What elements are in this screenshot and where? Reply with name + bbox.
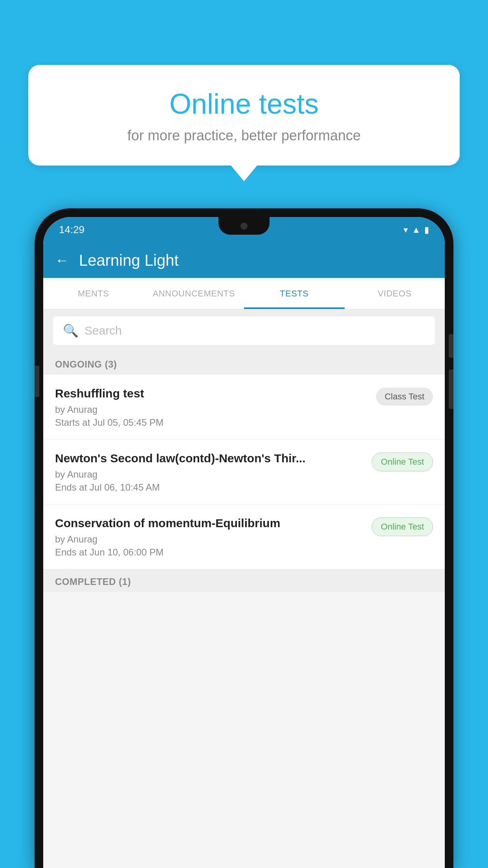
completed-section-header: COMPLETED (1): [43, 569, 445, 592]
test-info: Reshuffling test by Anurag Starts at Jul…: [55, 386, 376, 428]
tabs-bar: MENTS ANNOUNCEMENTS TESTS VIDEOS: [43, 278, 445, 309]
test-author: by Anurag: [55, 469, 366, 480]
speech-bubble: Online tests for more practice, better p…: [28, 65, 460, 166]
notch: [218, 217, 270, 235]
tab-ments[interactable]: MENTS: [43, 278, 144, 309]
power-button: [449, 334, 453, 358]
app-bar: ← Learning Light: [43, 243, 445, 278]
test-time: Ends at Jun 10, 06:00 PM: [55, 547, 366, 558]
test-name: Conservation of momentum-Equilibrium: [55, 515, 366, 531]
test-info: Newton's Second law(contd)-Newton's Thir…: [55, 451, 372, 493]
phone-screen: 14:29 ▾ ▲ ▮ ← Learning Light MENTS ANNOU…: [43, 217, 445, 868]
test-item[interactable]: Reshuffling test by Anurag Starts at Jul…: [43, 375, 445, 440]
back-button[interactable]: ←: [55, 252, 69, 268]
search-container: 🔍 Search: [43, 309, 445, 352]
front-camera: [240, 223, 248, 230]
test-time: Starts at Jul 05, 05:45 PM: [55, 417, 370, 428]
volume-button: [35, 366, 39, 397]
test-item[interactable]: Newton's Second law(contd)-Newton's Thir…: [43, 440, 445, 504]
test-time: Ends at Jul 06, 10:45 AM: [55, 482, 366, 493]
signal-icon: ▲: [412, 225, 420, 235]
bubble-title: Online tests: [48, 88, 440, 120]
tab-announcements[interactable]: ANNOUNCEMENTS: [144, 278, 244, 309]
status-icons: ▾ ▲ ▮: [404, 225, 429, 235]
test-author: by Anurag: [55, 404, 370, 415]
test-author: by Anurag: [55, 534, 366, 545]
test-name: Newton's Second law(contd)-Newton's Thir…: [55, 451, 366, 466]
tab-tests[interactable]: TESTS: [244, 278, 345, 309]
app-title: Learning Light: [79, 252, 179, 269]
bubble-subtitle: for more practice, better performance: [48, 127, 440, 144]
status-time: 14:29: [59, 224, 84, 236]
test-info: Conservation of momentum-Equilibrium by …: [55, 515, 372, 558]
battery-icon: ▮: [424, 225, 429, 235]
status-bar: 14:29 ▾ ▲ ▮: [43, 217, 445, 243]
test-badge-online-2: Online Test: [372, 517, 433, 536]
search-placeholder: Search: [84, 324, 122, 337]
test-name: Reshuffling test: [55, 386, 370, 401]
test-badge-online: Online Test: [372, 452, 433, 471]
power-button-bottom: [449, 370, 453, 409]
search-bar[interactable]: 🔍 Search: [53, 316, 435, 345]
test-badge-class: Class Test: [376, 388, 433, 406]
test-item[interactable]: Conservation of momentum-Equilibrium by …: [43, 504, 445, 569]
phone-frame: 14:29 ▾ ▲ ▮ ← Learning Light MENTS ANNOU…: [35, 208, 453, 868]
ongoing-section-header: ONGOING (3): [43, 352, 445, 375]
wifi-icon: ▾: [404, 225, 408, 235]
tab-videos[interactable]: VIDEOS: [345, 278, 445, 309]
search-icon: 🔍: [63, 323, 79, 338]
test-list: Reshuffling test by Anurag Starts at Jul…: [43, 375, 445, 569]
